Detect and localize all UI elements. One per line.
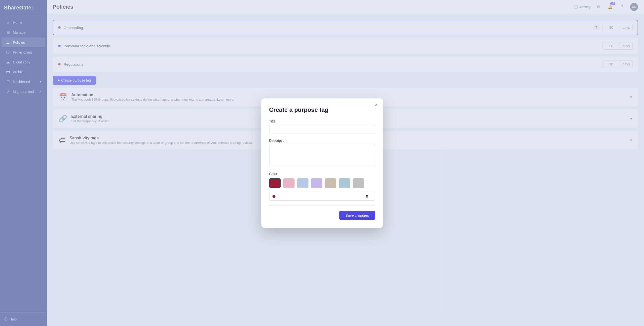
color-swatch-sky-blue[interactable]	[339, 178, 350, 188]
color-dot-preview	[272, 195, 276, 198]
save-changes-button[interactable]: Save changes	[339, 211, 375, 220]
color-number-input[interactable]	[360, 192, 375, 200]
color-swatch-dark-red[interactable]	[269, 178, 281, 188]
create-purpose-tag-modal: × Create a purpose tag Title Description…	[261, 98, 383, 228]
description-input[interactable]	[269, 144, 375, 166]
color-swatch-pink[interactable]	[283, 178, 294, 188]
title-label: Title	[269, 119, 375, 123]
title-input[interactable]	[269, 125, 375, 134]
color-swatch-light-blue[interactable]	[297, 178, 308, 188]
modal-title: Create a purpose tag	[269, 106, 375, 113]
color-dot-preview-area	[270, 192, 360, 200]
color-field-group: Color	[269, 172, 375, 200]
color-hex-input[interactable]	[278, 194, 357, 198]
description-field-group: Description	[269, 139, 375, 167]
modal-overlay: × Create a purpose tag Title Description…	[0, 0, 644, 326]
color-swatch-lavender[interactable]	[311, 178, 322, 188]
color-label: Color	[269, 172, 375, 176]
color-swatch-tan[interactable]	[325, 178, 336, 188]
description-label: Description	[269, 139, 375, 143]
modal-footer: Save changes	[269, 211, 375, 220]
title-field-group: Title	[269, 119, 375, 134]
color-swatches	[269, 178, 375, 188]
color-input-row	[269, 192, 375, 200]
color-swatch-gray[interactable]	[353, 178, 364, 188]
modal-close-button[interactable]: ×	[375, 102, 378, 107]
modal-divider	[269, 205, 375, 206]
